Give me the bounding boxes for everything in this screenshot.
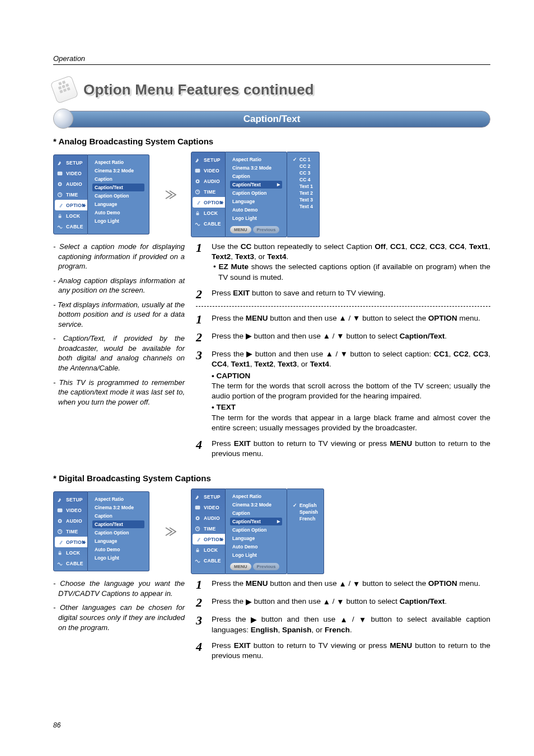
osd-tab-video[interactable]: VIDEO	[191, 165, 225, 176]
step-item: 3Press the ▶ button and then use ▲ / ▼ b…	[196, 349, 490, 433]
osd-subitem[interactable]: Text 1	[293, 184, 313, 189]
step-item: 3Press the ▶ button and then use ▲ / ▼ b…	[196, 614, 490, 635]
osd-option[interactable]: Caption/Text	[92, 520, 144, 528]
title-row: Option Menu Features continued	[53, 78, 490, 101]
osd-option[interactable]: Language	[92, 537, 144, 545]
osd-option[interactable]: Auto Demo	[230, 206, 282, 214]
osd-option[interactable]: Caption/Text▶	[230, 518, 282, 525]
chevron-right-icon: ▶	[221, 200, 223, 205]
osd-tab-option[interactable]: OPTION▶	[55, 200, 87, 210]
osd-option[interactable]: Caption	[92, 175, 144, 183]
osd-subitem[interactable]: Spanish	[293, 509, 318, 515]
osd-tab-lock[interactable]: LOCK	[191, 544, 225, 555]
osd-option[interactable]: Caption Option	[230, 526, 282, 534]
lock-icon	[57, 550, 63, 556]
step-text: Press EXIT button to return to TV viewin…	[212, 439, 490, 459]
osd-option[interactable]: Caption	[230, 172, 282, 180]
osd-tab-audio[interactable]: AUDIO	[191, 513, 225, 523]
osd-tab-video[interactable]: VIDEO	[191, 502, 225, 513]
osd-button-menu[interactable]: MENU	[230, 563, 251, 570]
osd-option[interactable]: Logo Light	[92, 217, 144, 225]
osd-option[interactable]: Language	[92, 200, 144, 208]
svg-rect-0	[58, 172, 62, 175]
osd-option[interactable]: Aspect Ratio	[230, 492, 282, 500]
osd-subitem[interactable]: ✓CC 1	[293, 157, 313, 162]
osd-option[interactable]: Auto Demo	[230, 543, 282, 551]
osd-tab-option[interactable]: OPTION▶	[193, 534, 225, 544]
osd-button-menu[interactable]: MENU	[230, 226, 251, 233]
osd-subitem[interactable]: CC 3	[293, 170, 313, 176]
osd-option[interactable]: Aspect Ratio	[92, 495, 144, 503]
osd-tab-cable[interactable]: CABLE	[54, 221, 87, 232]
osd-tab-option[interactable]: OPTION▶	[193, 197, 225, 208]
step-item: 2Press EXIT button to save and return to…	[196, 288, 490, 300]
osd-option[interactable]: Logo Light	[230, 214, 282, 222]
osd-tab-video[interactable]: VIDEO	[54, 168, 87, 179]
osd-tab-audio[interactable]: AUDIO	[54, 179, 87, 189]
osd-subitem[interactable]: CC 2	[293, 163, 313, 169]
osd-button-previous[interactable]: Previous	[253, 226, 280, 233]
osd-tab-audio[interactable]: AUDIO	[54, 515, 87, 526]
osd-tab-cable[interactable]: CABLE	[191, 555, 225, 566]
osd-subitem[interactable]: Text 3	[293, 197, 313, 203]
lock-icon	[195, 547, 200, 553]
osd-subitem[interactable]: French	[293, 516, 318, 522]
osd-tab-lock[interactable]: LOCK	[191, 208, 225, 218]
osd-option[interactable]: Caption Option	[92, 529, 144, 537]
osd-option[interactable]: Cinema 3:2 Mode	[92, 167, 144, 175]
osd-option[interactable]: Cinema 3:2 Mode	[92, 504, 144, 511]
osd-tab-lock[interactable]: LOCK	[54, 210, 87, 221]
cable-icon	[57, 224, 63, 229]
osd-tab-setup[interactable]: SETUP	[191, 154, 225, 165]
audio-icon	[57, 181, 63, 187]
osd-option[interactable]: Cinema 3:2 Mode	[230, 501, 282, 509]
osd-tab-video[interactable]: VIDEO	[54, 505, 87, 515]
osd-subitem[interactable]: Text 4	[293, 204, 313, 209]
osd-option[interactable]: Cinema 3:2 Mode	[230, 164, 282, 172]
osd-option[interactable]: Aspect Ratio	[230, 156, 282, 163]
step-text: Press the ▶ button and then use ▲ / ▼ bu…	[212, 331, 490, 344]
osd-option[interactable]: Auto Demo	[92, 546, 144, 553]
osd-option[interactable]: Aspect Ratio	[92, 158, 144, 166]
osd-option[interactable]: Caption	[230, 509, 282, 517]
step-number: 2	[196, 597, 206, 609]
svg-rect-19	[196, 550, 199, 552]
osd-option[interactable]: Caption Option	[230, 189, 282, 197]
divider-dashed	[196, 306, 490, 307]
osd-option[interactable]: Language	[230, 534, 282, 542]
osd-tab-audio[interactable]: AUDIO	[191, 176, 225, 186]
osd-tab-time[interactable]: TIME	[191, 523, 225, 534]
osd-tab-option[interactable]: OPTION▶	[55, 537, 87, 547]
osd-tab-cable[interactable]: CABLE	[54, 558, 87, 569]
svg-rect-4	[59, 215, 62, 218]
note-item: - Analog caption displays information at…	[53, 276, 185, 295]
step-item: 4Press EXIT button to return to TV viewi…	[196, 641, 490, 661]
osd-tab-time[interactable]: TIME	[54, 526, 87, 537]
digital-osd-row: SETUPVIDEOAUDIOTIMEOPTION▶LOCKCABLEAspec…	[53, 489, 490, 574]
osd-button-previous[interactable]: Previous	[253, 563, 280, 570]
digital-osd-right: SETUPVIDEOAUDIOTIMEOPTION▶LOCKCABLEAspec…	[191, 489, 324, 574]
osd-subitem[interactable]: ✓English	[293, 503, 318, 508]
osd-subitem[interactable]: CC 4	[293, 177, 313, 182]
osd-option[interactable]: Caption/Text	[92, 184, 144, 191]
svg-point-7	[197, 180, 198, 181]
step-text: Press the ▶ button and then use ▲ / ▼ bu…	[212, 614, 490, 635]
cable-icon	[195, 558, 200, 564]
osd-tab-lock[interactable]: LOCK	[54, 547, 87, 558]
osd-option[interactable]: Language	[230, 198, 282, 205]
osd-tab-setup[interactable]: SETUP	[54, 157, 87, 168]
osd-option[interactable]: Caption Option	[92, 192, 144, 200]
osd-tab-setup[interactable]: SETUP	[191, 491, 225, 502]
osd-subitem[interactable]: Text 2	[293, 190, 313, 196]
osd-tab-time[interactable]: TIME	[54, 189, 87, 200]
osd-option[interactable]: Logo Light	[230, 551, 282, 559]
osd-option[interactable]: Logo Light	[92, 554, 144, 562]
osd-option[interactable]: Auto Demo	[92, 209, 144, 217]
osd-tab-setup[interactable]: SETUP	[54, 494, 87, 505]
osd-tab-time[interactable]: TIME	[191, 186, 225, 197]
note-item: - Select a caption mode for displaying c…	[53, 242, 185, 271]
osd-option[interactable]: Caption/Text▶	[230, 181, 282, 189]
chevron-right-icon: ▶	[277, 182, 280, 187]
osd-tab-cable[interactable]: CABLE	[191, 218, 225, 229]
osd-option[interactable]: Caption	[92, 512, 144, 520]
